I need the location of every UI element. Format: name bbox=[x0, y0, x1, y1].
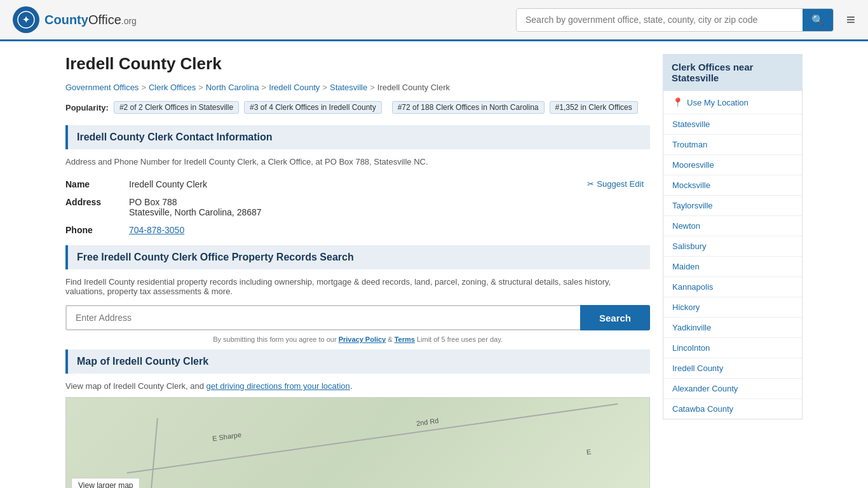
breadcrumb-sep-4: > bbox=[322, 83, 327, 92]
use-location-item[interactable]: 📍 Use My Location bbox=[663, 91, 802, 114]
contact-address-row: Address PO Box 788 Statesville, North Ca… bbox=[65, 193, 650, 221]
sidebar-link-maiden[interactable]: Maiden bbox=[663, 257, 802, 276]
main-container: Iredell County Clerk Government Offices … bbox=[53, 41, 815, 488]
sidebar-item-catawba-county[interactable]: Catawba County bbox=[663, 399, 802, 419]
view-larger-map-link[interactable]: View larger map bbox=[71, 478, 140, 488]
content-area: Iredell County Clerk Government Offices … bbox=[65, 54, 650, 488]
header-search-bar[interactable]: 🔍 bbox=[516, 8, 834, 32]
sidebar-item-taylorsville[interactable]: Taylorsville bbox=[663, 196, 802, 216]
popularity-stat-1: #2 of 2 Clerk Offices in Statesville bbox=[114, 101, 239, 114]
breadcrumb-sep-3: > bbox=[262, 83, 267, 92]
map-road-label-2: 2nd Rd bbox=[416, 416, 439, 427]
breadcrumb-current: Iredell County Clerk bbox=[377, 83, 450, 92]
sidebar-item-maiden[interactable]: Maiden bbox=[663, 257, 802, 277]
logo-icon: ✦ bbox=[13, 6, 39, 33]
svg-text:✦: ✦ bbox=[22, 15, 30, 25]
sidebar-link-hickory[interactable]: Hickory bbox=[663, 297, 802, 317]
contact-phone-row: Phone 704-878-3050 bbox=[65, 221, 650, 239]
property-search-button[interactable]: Search bbox=[580, 305, 650, 330]
breadcrumb: Government Offices > Clerk Offices > Nor… bbox=[65, 83, 650, 92]
contact-phone-value: 704-878-3050 bbox=[129, 221, 650, 239]
contact-name-value-cell: Iredell County Clerk ✂ Suggest Edit bbox=[129, 175, 650, 193]
page-title: Iredell County Clerk bbox=[65, 54, 650, 74]
address-line1: PO Box 788 bbox=[129, 197, 644, 207]
popularity-stat-3: #72 of 188 Clerk Offices in North Caroli… bbox=[392, 101, 545, 114]
terms-link[interactable]: Terms bbox=[395, 336, 415, 343]
sidebar-link-lincolnton[interactable]: Lincolnton bbox=[663, 338, 802, 358]
sidebar-item-salisbury[interactable]: Salisbury bbox=[663, 236, 802, 257]
logo-text: CountyOffice.org bbox=[44, 13, 137, 27]
header-search-button[interactable]: 🔍 bbox=[803, 9, 833, 31]
address-line2: Statesville, North Carolina, 28687 bbox=[129, 207, 644, 217]
breadcrumb-link-clerk[interactable]: Clerk Offices bbox=[149, 83, 196, 92]
map-placeholder: E Sharpe 2nd Rd E View larger map bbox=[65, 397, 650, 488]
map-desc-text: View map of Iredell County Clerk, and bbox=[65, 381, 204, 391]
breadcrumb-link-nc[interactable]: North Carolina bbox=[206, 83, 259, 92]
site-header: ✦ CountyOffice.org 🔍 ≡ bbox=[0, 0, 868, 41]
sidebar-link-mooresville[interactable]: Mooresville bbox=[663, 155, 802, 175]
hamburger-menu[interactable]: ≡ bbox=[846, 11, 855, 29]
map-road-label-1: E Sharpe bbox=[212, 431, 241, 442]
breadcrumb-link-statesville[interactable]: Statesville bbox=[330, 83, 367, 92]
form-disclaimer: By submitting this form you agree to our… bbox=[65, 336, 650, 343]
breadcrumb-link-gov[interactable]: Government Offices bbox=[65, 83, 139, 92]
sidebar-link-kannapolis[interactable]: Kannapolis bbox=[663, 277, 802, 297]
contact-name-value: Iredell County Clerk bbox=[129, 179, 207, 189]
sidebar-link-statesville[interactable]: Statesville bbox=[663, 114, 802, 134]
property-section-header: Free Iredell County Clerk Office Propert… bbox=[65, 245, 650, 269]
contact-address-label: Address bbox=[65, 193, 129, 221]
phone-link[interactable]: 704-878-3050 bbox=[129, 225, 184, 235]
property-description: Find Iredell County residential property… bbox=[65, 277, 650, 296]
logo-county: County bbox=[44, 13, 88, 27]
sidebar-item-hickory[interactable]: Hickory bbox=[663, 297, 802, 318]
contact-description: Address and Phone Number for Iredell Cou… bbox=[65, 157, 650, 166]
sidebar-item-mocksville[interactable]: Mocksville bbox=[663, 175, 802, 196]
sidebar-item-alexander-county[interactable]: Alexander County bbox=[663, 379, 802, 399]
map-description: View map of Iredell County Clerk, and ge… bbox=[65, 381, 650, 391]
popularity-label: Popularity: bbox=[65, 103, 109, 112]
sidebar-link-troutman[interactable]: Troutman bbox=[663, 135, 802, 154]
map-inner: E Sharpe 2nd Rd E bbox=[66, 398, 649, 488]
sidebar-link-salisbury[interactable]: Salisbury bbox=[663, 236, 802, 256]
sidebar-item-iredell-county[interactable]: Iredell County bbox=[663, 358, 802, 379]
sidebar-item-kannapolis[interactable]: Kannapolis bbox=[663, 277, 802, 297]
sidebar-item-yadkinville[interactable]: Yadkinville bbox=[663, 318, 802, 338]
logo-office: Office bbox=[88, 13, 121, 27]
sidebar-item-troutman[interactable]: Troutman bbox=[663, 135, 802, 155]
sidebar-link-yadkinville[interactable]: Yadkinville bbox=[663, 318, 802, 337]
logo-area[interactable]: ✦ CountyOffice.org bbox=[13, 6, 137, 33]
sidebar-link-iredell-county[interactable]: Iredell County bbox=[663, 358, 802, 378]
privacy-policy-link[interactable]: Privacy Policy bbox=[339, 336, 386, 343]
sidebar: Clerk Offices near Statesville 📍 Use My … bbox=[663, 54, 803, 488]
sidebar-link-taylorsville[interactable]: Taylorsville bbox=[663, 196, 802, 215]
limit-text: Limit of 5 free uses per day. bbox=[417, 336, 503, 343]
suggest-edit-label: Suggest Edit bbox=[597, 179, 644, 189]
disclaimer-text: By submitting this form you agree to our bbox=[213, 336, 336, 343]
contact-phone-label: Phone bbox=[65, 221, 129, 239]
header-search-input[interactable] bbox=[517, 10, 803, 30]
use-location-link[interactable]: Use My Location bbox=[687, 98, 749, 107]
directions-link[interactable]: get driving directions from your locatio… bbox=[207, 381, 350, 391]
sidebar-link-newton[interactable]: Newton bbox=[663, 216, 802, 236]
contact-address-value: PO Box 788 Statesville, North Carolina, … bbox=[129, 193, 650, 221]
breadcrumb-link-iredell[interactable]: Iredell County bbox=[269, 83, 320, 92]
header-right: 🔍 ≡ bbox=[516, 8, 855, 32]
sidebar-header: Clerk Offices near Statesville bbox=[663, 54, 803, 91]
logo-org: .org bbox=[121, 16, 137, 26]
map-section-header: Map of Iredell County Clerk bbox=[65, 349, 650, 374]
map-road-label-3: E bbox=[586, 448, 592, 456]
sidebar-item-mooresville[interactable]: Mooresville bbox=[663, 155, 802, 175]
suggest-edit-link[interactable]: ✂ Suggest Edit bbox=[587, 179, 644, 189]
contact-name-row: Name Iredell County Clerk ✂ Suggest Edit bbox=[65, 175, 650, 193]
sidebar-item-newton[interactable]: Newton bbox=[663, 216, 802, 236]
breadcrumb-sep-5: > bbox=[370, 83, 375, 92]
pin-icon: 📍 bbox=[672, 97, 683, 107]
sidebar-item-statesville[interactable]: Statesville bbox=[663, 114, 802, 135]
breadcrumb-sep-2: > bbox=[198, 83, 203, 92]
sidebar-link-catawba-county[interactable]: Catawba County bbox=[663, 399, 802, 419]
sidebar-link-mocksville[interactable]: Mocksville bbox=[663, 175, 802, 195]
popularity-stat-4: #1,352 in Clerk Offices bbox=[550, 101, 638, 114]
sidebar-link-alexander-county[interactable]: Alexander County bbox=[663, 379, 802, 398]
sidebar-item-lincolnton[interactable]: Lincolnton bbox=[663, 338, 802, 358]
address-search-input[interactable] bbox=[65, 305, 580, 330]
